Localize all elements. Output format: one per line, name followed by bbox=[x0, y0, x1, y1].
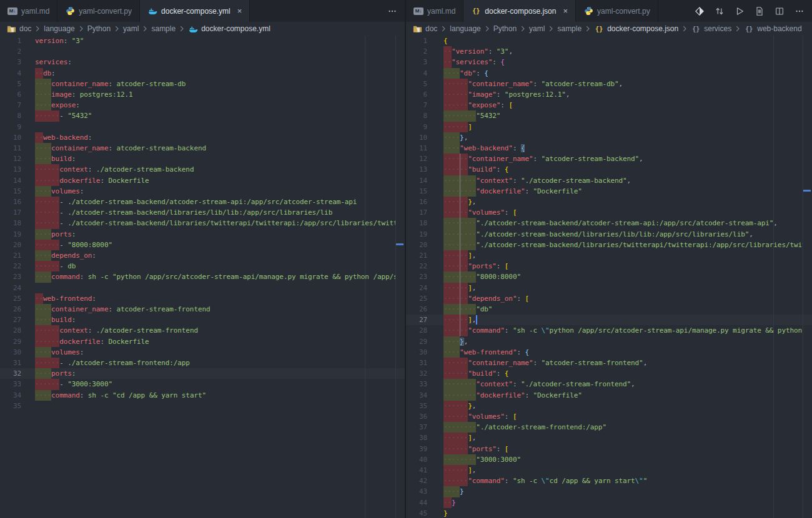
line-number[interactable]: 45 bbox=[406, 508, 427, 518]
code-line[interactable]: 19········"./atcoder-stream-backend/libr… bbox=[406, 229, 812, 240]
line-number[interactable]: 14 bbox=[406, 175, 427, 186]
line-number[interactable]: 33 bbox=[406, 379, 427, 389]
code-line[interactable]: 37········"./atcoder-stream-frontend:/ap… bbox=[406, 422, 812, 432]
code-line[interactable]: 25······"depends_on": [ bbox=[406, 293, 812, 304]
code-line[interactable]: 17······- ./atcoder-stream-backend/libra… bbox=[0, 207, 405, 218]
line-number[interactable]: 26 bbox=[406, 304, 427, 315]
line-number[interactable]: 43 bbox=[406, 486, 427, 497]
code-line[interactable]: 13······"build": { bbox=[406, 164, 812, 175]
line-number[interactable]: 25 bbox=[0, 293, 21, 304]
code-line[interactable]: 32······"build": { bbox=[406, 368, 812, 379]
breadcrumb-item-sample[interactable]: sample bbox=[557, 24, 582, 33]
code-line[interactable]: 7······"expose": [ bbox=[406, 100, 812, 110]
code-line[interactable]: 26····container_name: atcoder-stream-fro… bbox=[0, 304, 405, 315]
breadcrumb-item-services[interactable]: services bbox=[704, 24, 731, 33]
tab-docker-compose.json[interactable]: {}docker-compose.json× bbox=[463, 0, 576, 22]
line-number[interactable]: 7 bbox=[406, 100, 427, 110]
code-line[interactable]: 6······"image": "postgres:12.1", bbox=[406, 89, 812, 100]
run-icon[interactable] bbox=[735, 6, 745, 16]
code-line[interactable]: 10··web-backend: bbox=[0, 132, 405, 143]
line-number[interactable]: 10 bbox=[0, 132, 21, 143]
more-icon[interactable] bbox=[387, 6, 397, 16]
code-line[interactable]: 21····depends_on: bbox=[0, 250, 405, 261]
code-line[interactable]: 29····}, bbox=[406, 336, 812, 347]
editor-split-sash[interactable] bbox=[405, 0, 406, 518]
code-line[interactable]: 35······}, bbox=[406, 401, 812, 411]
tab-yaml-convert.py[interactable]: yaml-convert.py bbox=[57, 0, 140, 22]
code-line[interactable]: 20········"./atcoder-stream-backend/libr… bbox=[406, 240, 812, 250]
code-line[interactable]: 18······- ./atcoder-stream-backend/libra… bbox=[0, 218, 405, 228]
breadcrumb-item-web-backend[interactable]: web-backend bbox=[757, 24, 801, 33]
code-line[interactable]: 33········"context": "./atcoder-stream-f… bbox=[406, 379, 812, 389]
line-number[interactable]: 22 bbox=[406, 261, 427, 271]
line-number[interactable]: 5 bbox=[0, 79, 21, 89]
code-line[interactable]: 1version: "3" bbox=[0, 36, 405, 46]
code-line[interactable]: 30····volumes: bbox=[0, 347, 405, 358]
sync-icon[interactable] bbox=[715, 6, 725, 16]
code-line[interactable]: 24······], bbox=[406, 283, 812, 293]
line-number[interactable]: 24 bbox=[0, 283, 21, 293]
breadcrumb-item-Python[interactable]: Python bbox=[87, 24, 111, 33]
breadcrumb-item-yaml[interactable]: yaml bbox=[529, 24, 545, 33]
line-number[interactable]: 1 bbox=[406, 36, 427, 46]
code-line[interactable]: 8········"5432" bbox=[406, 110, 812, 121]
line-number[interactable]: 14 bbox=[0, 175, 21, 186]
line-number[interactable]: 2 bbox=[406, 46, 427, 57]
split-editor-icon[interactable] bbox=[775, 6, 785, 16]
code-line[interactable]: 14······dockerfile: Dockerfile bbox=[0, 175, 405, 186]
code-line[interactable]: 27······], bbox=[406, 315, 812, 325]
code-line[interactable]: 20······- "8000:8000" bbox=[0, 240, 405, 250]
code-line[interactable]: 4··db: bbox=[0, 68, 405, 79]
code-line[interactable]: 34····command: sh -c "cd /app && yarn st… bbox=[0, 390, 405, 401]
code-line[interactable]: 1{ bbox=[406, 36, 812, 46]
line-number[interactable]: 25 bbox=[406, 293, 427, 304]
line-number[interactable]: 35 bbox=[0, 401, 21, 411]
code-line[interactable]: 22······"ports": [ bbox=[406, 261, 812, 271]
code-line[interactable]: 19····ports: bbox=[0, 229, 405, 240]
line-number[interactable]: 7 bbox=[0, 100, 21, 110]
code-line[interactable]: 8······- "5432" bbox=[0, 110, 405, 121]
line-number[interactable]: 5 bbox=[406, 79, 427, 89]
line-number[interactable]: 11 bbox=[0, 143, 21, 154]
code-line[interactable]: 13······context: ./atcoder-stream-backen… bbox=[0, 164, 405, 175]
line-number[interactable]: 23 bbox=[0, 271, 21, 282]
line-number[interactable]: 18 bbox=[0, 218, 21, 228]
code-line[interactable]: 34········"dockerfile": "Dockerfile" bbox=[406, 390, 812, 401]
line-number[interactable]: 12 bbox=[0, 154, 21, 164]
line-number[interactable]: 11 bbox=[406, 143, 427, 154]
line-number[interactable]: 16 bbox=[0, 197, 21, 207]
document-icon[interactable] bbox=[755, 6, 765, 16]
line-number[interactable]: 17 bbox=[406, 207, 427, 218]
close-icon[interactable]: × bbox=[563, 7, 568, 15]
code-line[interactable]: 16······- ./atcoder-stream-backend/atcod… bbox=[0, 197, 405, 207]
code-line[interactable]: 31······"container_name": "atcoder-strea… bbox=[406, 358, 812, 368]
code-line[interactable]: 39······"ports": [ bbox=[406, 444, 812, 454]
line-number[interactable]: 15 bbox=[406, 186, 427, 197]
code-line[interactable]: 9 bbox=[0, 122, 405, 132]
line-number[interactable]: 20 bbox=[0, 240, 21, 250]
line-number[interactable]: 31 bbox=[0, 358, 21, 368]
line-number[interactable]: 13 bbox=[0, 164, 21, 175]
code-line[interactable]: 22······- db bbox=[0, 261, 405, 271]
line-number[interactable]: 15 bbox=[0, 186, 21, 197]
code-line[interactable]: 41······], bbox=[406, 465, 812, 476]
breadcrumb-item-language[interactable]: language bbox=[450, 24, 480, 33]
line-number[interactable]: 4 bbox=[0, 68, 21, 79]
line-number[interactable]: 35 bbox=[406, 401, 427, 411]
line-number[interactable]: 41 bbox=[406, 465, 427, 476]
code-line[interactable]: 42······"command": "sh -c \"cd /app && y… bbox=[406, 476, 812, 486]
breadcrumb-item-yaml[interactable]: yaml bbox=[123, 24, 139, 33]
code-line[interactable]: 33······- "3000:3000" bbox=[0, 379, 405, 389]
code-line[interactable]: 3··"services": { bbox=[406, 57, 812, 67]
line-number[interactable]: 37 bbox=[406, 422, 427, 432]
line-number[interactable]: 21 bbox=[0, 250, 21, 261]
breadcrumb-item-docker-compose.yml[interactable]: docker-compose.yml bbox=[201, 24, 270, 33]
code-line[interactable]: 32····ports: bbox=[0, 368, 405, 379]
line-number[interactable]: 34 bbox=[406, 390, 427, 401]
code-line[interactable]: 36······"volumes": [ bbox=[406, 411, 812, 422]
line-number[interactable]: 29 bbox=[0, 336, 21, 347]
close-icon[interactable]: × bbox=[237, 7, 242, 15]
code-line[interactable]: 30····"web-frontend": { bbox=[406, 347, 812, 358]
line-number[interactable]: 22 bbox=[0, 261, 21, 271]
code-line[interactable]: 10····}, bbox=[406, 132, 812, 143]
